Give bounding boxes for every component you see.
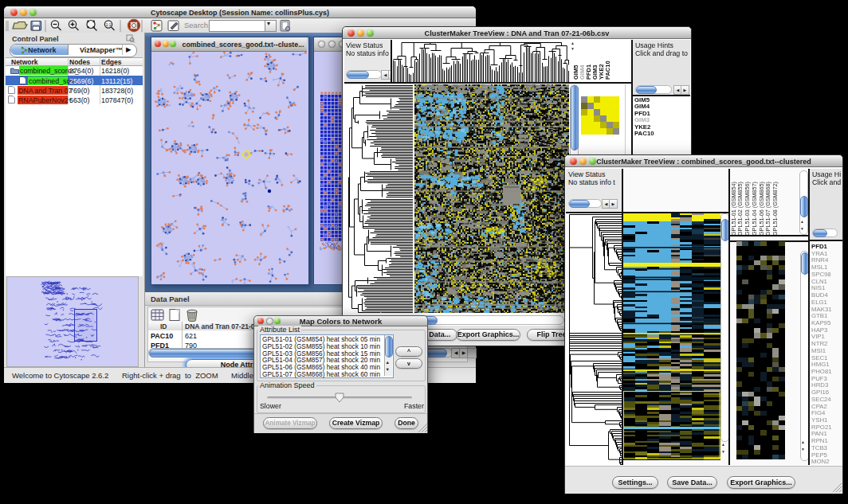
svg-text:1:1: 1:1 <box>106 23 112 27</box>
